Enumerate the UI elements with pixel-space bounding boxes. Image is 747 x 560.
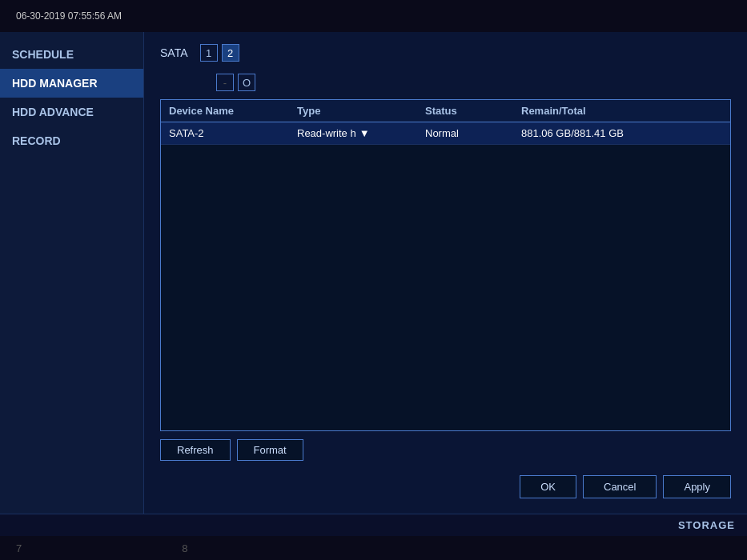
sata-indicators-row: - O [216, 74, 731, 91]
col-status: Status [425, 105, 521, 117]
sidebar-item-hdd-manager[interactable]: HDD MANAGER [0, 69, 143, 98]
main-content: SCHEDULE HDD MANAGER HDD ADVANCE RECORD … [0, 32, 747, 514]
hdd-table-container: Device Name Type Status Remain/Total SAT… [160, 99, 731, 431]
col-type: Type [297, 105, 425, 117]
bottom-numbers: 7 8 [0, 536, 747, 560]
sidebar-item-record[interactable]: RECORD [0, 126, 143, 155]
sata-tab-2[interactable]: 2 [222, 44, 239, 62]
frame-number-7: 7 [16, 542, 22, 554]
top-bar: 06-30-2019 07:55:56 AM [0, 0, 747, 32]
sata-tabs: SATA 1 2 [160, 44, 731, 62]
cell-status: Normal [425, 127, 521, 139]
cell-type: Read-write h ▼ [297, 127, 425, 139]
format-button[interactable]: Format [237, 439, 303, 461]
sata-indicator-circle[interactable]: O [238, 74, 255, 91]
action-buttons: Refresh Format [160, 439, 731, 461]
table-header: Device Name Type Status Remain/Total [161, 100, 730, 122]
table-row[interactable]: SATA-2 Read-write h ▼ Normal 881.06 GB/8… [161, 122, 730, 145]
type-dropdown-arrow[interactable]: ▼ [359, 127, 370, 139]
frame-number-8: 8 [182, 542, 187, 554]
sata-indicator-dash: - [216, 74, 234, 91]
sata-tab-1[interactable]: 1 [200, 44, 218, 62]
storage-label: STORAGE [678, 519, 735, 531]
apply-button[interactable]: Apply [663, 475, 731, 498]
footer-buttons: OK Cancel Apply [160, 469, 731, 502]
table-body: SATA-2 Read-write h ▼ Normal 881.06 GB/8… [161, 122, 730, 430]
sidebar: SCHEDULE HDD MANAGER HDD ADVANCE RECORD [0, 32, 144, 514]
outer-frame: 06-30-2019 07:55:56 AM SCHEDULE HDD MANA… [0, 0, 747, 560]
col-remain-total: Remain/Total [521, 105, 722, 117]
cancel-button[interactable]: Cancel [583, 475, 657, 498]
sidebar-item-schedule[interactable]: SCHEDULE [0, 40, 143, 69]
content-panel: SATA 1 2 - O Device Name Type Status Rem… [144, 32, 747, 514]
refresh-button[interactable]: Refresh [160, 439, 231, 461]
cell-device-name: SATA-2 [169, 127, 297, 139]
sidebar-item-hdd-advance[interactable]: HDD ADVANCE [0, 98, 143, 126]
cell-remain-total: 881.06 GB/881.41 GB [521, 127, 722, 139]
timestamp: 06-30-2019 07:55:56 AM [16, 10, 122, 22]
status-bar: STORAGE [0, 514, 747, 536]
sata-label: SATA [160, 46, 188, 59]
col-device-name: Device Name [169, 105, 297, 117]
ok-button[interactable]: OK [520, 475, 576, 498]
